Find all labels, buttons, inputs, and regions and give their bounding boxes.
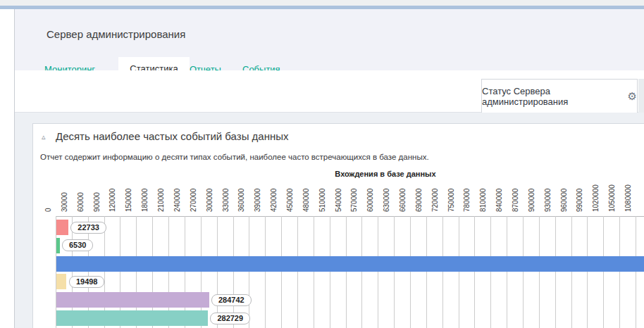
gridline bbox=[619, 216, 620, 328]
axis-tick-label: 180000 bbox=[141, 189, 149, 212]
gridline bbox=[555, 216, 556, 328]
gridline bbox=[539, 216, 540, 328]
subtab-bar-right-filler bbox=[638, 79, 644, 113]
chart: Вхождения в базе данных 0300006000090000… bbox=[33, 124, 644, 328]
gridline bbox=[523, 216, 524, 328]
gridline bbox=[394, 216, 395, 328]
gridline bbox=[361, 216, 362, 328]
bar bbox=[56, 238, 60, 253]
bar bbox=[56, 256, 644, 272]
axis-tick-label: 930000 bbox=[544, 189, 552, 212]
gridline bbox=[587, 216, 588, 328]
gridline bbox=[330, 216, 330, 328]
gridline bbox=[490, 216, 491, 328]
axis-tick-label: 660000 bbox=[399, 189, 407, 212]
bar-value-label: 282729 bbox=[210, 313, 250, 324]
gridline bbox=[603, 216, 604, 328]
axis-tick-label: 600000 bbox=[366, 189, 374, 212]
axis-tick-label: 960000 bbox=[560, 189, 568, 212]
gear-icon[interactable]: ⚙ bbox=[628, 91, 637, 101]
axis-tick-label: 1050000 bbox=[608, 184, 616, 212]
gridline bbox=[233, 216, 234, 328]
gridline bbox=[426, 216, 427, 328]
axis-tick-label: 510000 bbox=[318, 189, 326, 212]
axis-tick-label: 390000 bbox=[254, 189, 261, 212]
gridline bbox=[410, 216, 411, 328]
axis-tick-label: 810000 bbox=[479, 189, 487, 212]
gridline bbox=[217, 216, 218, 328]
axis-tick-label: 720000 bbox=[431, 189, 439, 212]
axis-tick-label: 570000 bbox=[350, 189, 358, 212]
axis-tick-label: 90000 bbox=[93, 192, 101, 212]
gridline bbox=[249, 216, 249, 328]
chart-title: Вхождения в базе данных bbox=[315, 170, 456, 178]
gridline bbox=[474, 216, 475, 328]
bar bbox=[56, 220, 68, 235]
gridline bbox=[459, 216, 459, 328]
gridline bbox=[281, 216, 282, 328]
gridline bbox=[265, 216, 266, 328]
axis-tick-label: 870000 bbox=[512, 189, 519, 212]
axis-tick-label: 690000 bbox=[415, 189, 423, 212]
x-axis-line bbox=[56, 216, 644, 217]
axis-tick-label: 1020000 bbox=[592, 184, 600, 212]
report-panel: ▵ Десять наиболее частых событий базы да… bbox=[32, 123, 644, 328]
axis-tick-label: 210000 bbox=[157, 189, 165, 212]
axis-tick-label: 360000 bbox=[237, 189, 245, 212]
axis-tick-label: 630000 bbox=[383, 189, 390, 212]
subtab-admin-server-status[interactable]: Статус Сервера администрирования ⚙ bbox=[481, 79, 638, 113]
axis-tick-label: 30000 bbox=[61, 192, 68, 212]
bar bbox=[56, 292, 209, 308]
gridline bbox=[571, 216, 572, 328]
axis-tick-label: 330000 bbox=[222, 189, 230, 212]
axis-tick-label: 540000 bbox=[335, 189, 342, 212]
page-title: Сервер администрирования bbox=[47, 28, 185, 40]
axis-tick-label: 1080000 bbox=[624, 184, 632, 212]
bar bbox=[56, 274, 67, 289]
top-background bbox=[0, 0, 644, 6]
bar-value-label: 6530 bbox=[62, 239, 93, 251]
bar bbox=[56, 310, 208, 326]
gridline bbox=[378, 216, 378, 328]
axis-tick-label: 0 bbox=[44, 208, 52, 212]
axis-tick-label: 840000 bbox=[495, 189, 503, 212]
bar-value-label: 19498 bbox=[69, 276, 105, 288]
axis-tick-label: 270000 bbox=[190, 189, 197, 212]
axis-tick-label: 900000 bbox=[528, 189, 535, 212]
axis-tick-label: 990000 bbox=[576, 189, 583, 212]
axis-tick-label: 150000 bbox=[125, 189, 132, 212]
axis-tick-label: 420000 bbox=[270, 189, 278, 212]
axis-tick-label: 450000 bbox=[286, 189, 294, 212]
gridline bbox=[297, 216, 298, 328]
axis-tick-label: 120000 bbox=[109, 189, 116, 212]
bar-value-label: 284742 bbox=[211, 294, 252, 306]
header: Сервер администрирования Мониторинг Стат… bbox=[15, 9, 644, 70]
gridline bbox=[507, 216, 507, 328]
subtab-admin-server-status-label: Статус Сервера администрирования bbox=[482, 86, 623, 107]
axis-tick-label: 750000 bbox=[447, 189, 455, 212]
gridline bbox=[346, 216, 347, 328]
gridline bbox=[636, 216, 636, 328]
left-rail bbox=[0, 9, 15, 328]
axis-tick-label: 300000 bbox=[206, 189, 213, 212]
axis-tick-label: 60000 bbox=[77, 192, 85, 212]
gridline bbox=[314, 216, 314, 328]
axis-tick-label: 780000 bbox=[463, 189, 471, 212]
axis-tick-label: 240000 bbox=[173, 189, 181, 212]
bar-value-label: 22733 bbox=[70, 222, 106, 234]
axis-tick-label: 480000 bbox=[302, 189, 310, 212]
gridline bbox=[442, 216, 443, 328]
